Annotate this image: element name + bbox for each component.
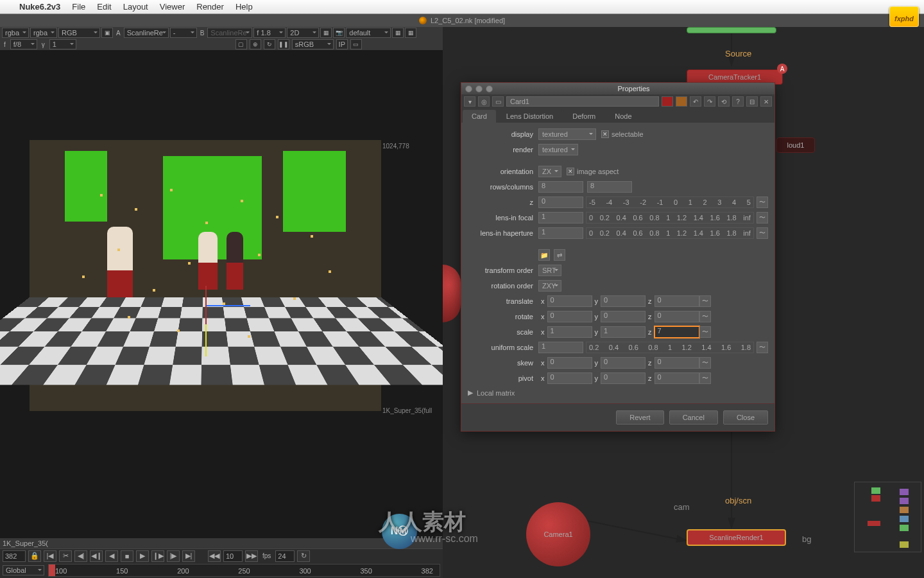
grid-icon[interactable]: ▦ bbox=[392, 28, 404, 38]
proxy-icon[interactable]: ▦ bbox=[320, 28, 332, 38]
lensfocal-slider[interactable]: 00.20.40.60.811.21.41.61.8inf bbox=[586, 212, 754, 223]
node-partial[interactable] bbox=[443, 265, 461, 322]
skew-anim[interactable]: 〜 bbox=[699, 357, 711, 369]
skew-x[interactable]: 0 bbox=[547, 357, 592, 369]
rotate-y[interactable]: 0 bbox=[601, 311, 646, 322]
refresh-icon[interactable]: ↻ bbox=[264, 39, 275, 49]
z-input[interactable]: 0 bbox=[538, 197, 583, 208]
skip-fwd-button[interactable]: ▶▶ bbox=[245, 550, 258, 562]
skew-z[interactable]: 0 bbox=[654, 357, 699, 369]
file-icon[interactable]: 📁 bbox=[538, 249, 550, 261]
fps-input[interactable]: 24 bbox=[275, 550, 295, 562]
render-dropdown[interactable]: textured bbox=[538, 144, 578, 155]
skip-back-button[interactable]: ◀◀ bbox=[208, 550, 221, 562]
lock-icon[interactable]: 🔒 bbox=[28, 550, 41, 562]
translate-x[interactable]: 0 bbox=[547, 295, 592, 307]
rotate-anim[interactable]: 〜 bbox=[699, 311, 711, 322]
rotate-z[interactable]: 0 bbox=[654, 311, 699, 322]
colorspace-dropdown[interactable]: sRGB bbox=[292, 39, 334, 49]
menu-render[interactable]: Render bbox=[196, 2, 224, 12]
skew-y[interactable]: 0 bbox=[601, 357, 646, 369]
timeline-mode-dropdown[interactable]: Global bbox=[3, 565, 44, 575]
last-frame-button[interactable]: ▶| bbox=[182, 550, 195, 562]
menu-file[interactable]: File bbox=[72, 2, 85, 12]
cols-input[interactable]: 8 bbox=[587, 181, 632, 193]
input-a-dropdown[interactable]: ScanlineRe bbox=[124, 28, 169, 38]
roi-icon[interactable]: ▢ bbox=[235, 39, 247, 49]
play-button[interactable]: ▶ bbox=[136, 550, 149, 562]
node-name-field[interactable]: Card1 bbox=[506, 96, 659, 107]
display-dropdown[interactable]: textured bbox=[538, 128, 596, 140]
pivot-z[interactable]: 0 bbox=[654, 372, 699, 384]
undo-icon[interactable]: ↶ bbox=[690, 96, 701, 107]
camlock-icon[interactable]: 📷 bbox=[333, 28, 345, 38]
revert-icon[interactable]: ⟲ bbox=[718, 96, 730, 107]
skip-amount[interactable]: 10 bbox=[223, 550, 243, 562]
clip-icon[interactable]: ▭ bbox=[350, 39, 362, 49]
translate-z[interactable]: 0 bbox=[654, 295, 699, 307]
rorder-dropdown[interactable]: ZXY bbox=[538, 280, 561, 292]
loop-icon[interactable]: ↻ bbox=[297, 550, 310, 562]
scale-z[interactable]: 7 bbox=[654, 326, 699, 338]
mac-menubar[interactable]: Nuke6.2v3 File Edit Layout Viewer Render… bbox=[0, 0, 924, 14]
scale-anim[interactable]: 〜 bbox=[699, 326, 711, 338]
color-swatch1[interactable] bbox=[662, 96, 673, 107]
next-frame-button[interactable]: ❙▶ bbox=[151, 550, 164, 562]
viewer-canvas[interactable]: 1024,778 1K_Super_35(full bbox=[0, 50, 443, 538]
cancel-button[interactable]: Cancel bbox=[669, 410, 718, 425]
play-back-button[interactable]: ◀ bbox=[105, 550, 118, 562]
navigator[interactable] bbox=[854, 482, 921, 552]
uscale-anim[interactable]: 〜 bbox=[757, 342, 768, 353]
menu-layout[interactable]: Layout bbox=[123, 2, 148, 12]
selectable-checkbox[interactable]: ✕ bbox=[601, 130, 609, 138]
translate-anim[interactable]: 〜 bbox=[699, 295, 711, 307]
local-matrix-disclosure[interactable]: ▶ Local matrix bbox=[468, 389, 768, 397]
torder-dropdown[interactable]: SRT bbox=[538, 265, 561, 276]
z-slider[interactable]: -5-4-3-2-1012345 bbox=[586, 197, 754, 208]
ip-button[interactable]: IP bbox=[336, 39, 348, 49]
fstop-dropdown[interactable]: f/8 bbox=[10, 39, 37, 49]
rows-input[interactable]: 8 bbox=[538, 181, 583, 193]
translate-y[interactable]: 0 bbox=[601, 295, 646, 307]
node-cloud[interactable]: loud1 bbox=[776, 137, 815, 153]
help-icon[interactable]: ? bbox=[732, 96, 744, 107]
tab-deform[interactable]: Deform bbox=[563, 110, 604, 123]
scale-x[interactable]: 1 bbox=[547, 326, 592, 338]
close-icon[interactable]: ✕ bbox=[760, 96, 772, 107]
pause-icon[interactable]: ❚❚ bbox=[278, 39, 289, 49]
node-scanlinerender[interactable]: ScanlineRender1 bbox=[687, 529, 786, 546]
dim-dropdown[interactable]: 2D bbox=[287, 28, 319, 38]
grid2-icon[interactable]: ▦ bbox=[405, 28, 416, 38]
redo-icon[interactable]: ↷ bbox=[704, 96, 715, 107]
viewer-icon[interactable]: ▭ bbox=[492, 96, 504, 107]
close-button[interactable]: Close bbox=[723, 410, 768, 425]
tab-card[interactable]: Card bbox=[463, 110, 496, 123]
uscale-input[interactable]: 1 bbox=[538, 342, 583, 353]
rotate-x[interactable]: 0 bbox=[547, 311, 592, 322]
channel1-dropdown[interactable]: rgba bbox=[2, 28, 29, 38]
lensfocal-input[interactable]: 1 bbox=[538, 212, 583, 223]
frame-input[interactable]: 382 bbox=[3, 550, 26, 562]
exposure-dropdown[interactable]: f 1.8 bbox=[253, 28, 286, 38]
properties-titlebar[interactable]: Properties bbox=[461, 83, 774, 94]
scale-y[interactable]: 1 bbox=[601, 326, 646, 338]
lenshap-anim-button[interactable]: 〜 bbox=[757, 227, 768, 239]
node-top[interactable] bbox=[687, 27, 776, 33]
menu-help[interactable]: Help bbox=[235, 2, 253, 12]
wipe-icon[interactable]: ▣ bbox=[101, 28, 113, 38]
zoom-icon[interactable]: ⊕ bbox=[250, 39, 261, 49]
tab-node[interactable]: Node bbox=[606, 110, 640, 123]
color-swatch2[interactable] bbox=[676, 96, 687, 107]
traffic-lights[interactable] bbox=[465, 85, 493, 92]
view-dropdown[interactable]: default bbox=[346, 28, 391, 38]
menu-edit[interactable]: Edit bbox=[97, 2, 111, 12]
first-frame-button[interactable]: |◀ bbox=[44, 550, 56, 562]
cut-icon[interactable]: ✂ bbox=[59, 550, 72, 562]
orientation-dropdown[interactable]: ZX bbox=[538, 166, 561, 177]
center-icon[interactable]: ◎ bbox=[478, 96, 490, 107]
lenshap-slider[interactable]: 00.20.40.60.811.21.41.61.8inf bbox=[586, 227, 754, 239]
collapse-icon[interactable]: ▾ bbox=[464, 96, 475, 107]
revert-button[interactable]: Revert bbox=[616, 410, 663, 425]
lensfocal-anim-button[interactable]: 〜 bbox=[757, 212, 768, 223]
pivot-x[interactable]: 0 bbox=[547, 372, 592, 384]
